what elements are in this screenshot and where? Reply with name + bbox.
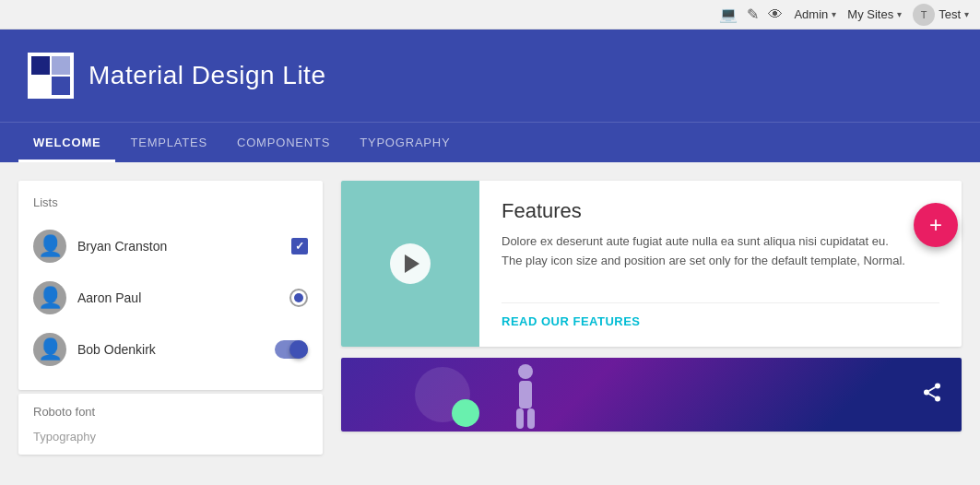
- nav-item-welcome[interactable]: WELCOME: [18, 123, 115, 162]
- lists-card: Lists 👤 Bryan Cranston 👤 Aaron Paul: [18, 181, 323, 390]
- features-text-line1: Dolore ex deserunt aute fugiat aute null…: [502, 232, 939, 271]
- logo-cell-1: [31, 56, 50, 75]
- logo-cell-3: [31, 77, 50, 95]
- toggle-knob: [289, 340, 308, 359]
- nav-item-templates[interactable]: TEMPLATES: [115, 123, 222, 162]
- user-chevron-icon: ▾: [964, 9, 969, 19]
- play-button[interactable]: [390, 243, 431, 284]
- avatar-aaron: 👤: [33, 281, 66, 314]
- svg-point-5: [924, 390, 929, 396]
- user-menu[interactable]: T Test ▾: [913, 4, 969, 26]
- play-icon: [405, 254, 419, 273]
- avatar: T: [913, 4, 935, 26]
- list-item-name-aaron: Aaron Paul: [77, 290, 278, 305]
- toggle-bob[interactable]: [275, 340, 308, 359]
- page-title: Material Design Lite: [89, 61, 325, 90]
- features-link[interactable]: READ OUR FEATURES: [502, 302, 939, 328]
- fab-button[interactable]: +: [914, 203, 958, 247]
- bottom-card: [341, 358, 962, 432]
- features-title: Features: [502, 199, 939, 223]
- left-panel: Lists 👤 Bryan Cranston 👤 Aaron Paul: [18, 181, 323, 455]
- list-item-name-bob: Bob Odenkirk: [77, 342, 264, 357]
- eye-icon[interactable]: 👁: [768, 6, 783, 23]
- font-card-title: Roboto font: [33, 405, 308, 419]
- my-sites-menu[interactable]: My Sites ▾: [847, 7, 902, 21]
- svg-point-4: [935, 384, 940, 389]
- list-item: 👤 Bryan Cranston: [33, 220, 308, 272]
- radio-inner: [294, 293, 303, 302]
- list-item: 👤 Bob Odenkirk: [33, 324, 308, 375]
- header: Material Design Lite: [0, 30, 980, 122]
- avatar-bob: 👤: [33, 333, 66, 366]
- avatar-bryan: 👤: [33, 230, 66, 263]
- features-card: Features Dolore ex deserunt aute fugiat …: [341, 181, 962, 347]
- share-icon[interactable]: [921, 382, 943, 408]
- font-card: Roboto font Typography: [18, 394, 323, 455]
- my-sites-chevron-icon: ▾: [897, 9, 902, 19]
- admin-chevron-icon: ▾: [832, 9, 836, 19]
- toggle-switch[interactable]: [275, 340, 308, 359]
- svg-point-6: [935, 396, 940, 402]
- checkbox-checked-icon[interactable]: [291, 238, 308, 254]
- admin-bar: 💻 ✎ 👁 Admin ▾ My Sites ▾ T Test ▾: [0, 0, 980, 30]
- main-content: Lists 👤 Bryan Cranston 👤 Aaron Paul: [0, 162, 980, 473]
- my-sites-label: My Sites: [847, 7, 893, 21]
- svg-line-7: [929, 394, 936, 397]
- person-icon: 👤: [38, 337, 63, 361]
- nav-item-components[interactable]: COMPONENTS: [222, 123, 345, 162]
- admin-menu[interactable]: Admin ▾: [794, 7, 836, 21]
- monitor-icon[interactable]: 💻: [719, 6, 738, 23]
- list-item: 👤 Aaron Paul: [33, 272, 308, 324]
- right-panel: Features Dolore ex deserunt aute fugiat …: [341, 181, 962, 455]
- svg-rect-1: [519, 381, 532, 408]
- svg-line-8: [929, 387, 936, 391]
- typography-preview: Typography: [33, 430, 308, 444]
- checkbox-bryan[interactable]: [291, 238, 308, 254]
- radio-aaron[interactable]: [289, 289, 308, 307]
- svg-point-0: [518, 364, 533, 379]
- user-label: Test: [939, 7, 961, 21]
- lists-card-title: Lists: [33, 195, 308, 209]
- admin-label: Admin: [794, 7, 828, 21]
- person-icon: 👤: [38, 286, 63, 310]
- logo: [28, 53, 74, 99]
- edit-icon[interactable]: ✎: [747, 6, 759, 23]
- logo-cell-4: [52, 77, 70, 95]
- share-svg-icon: [921, 382, 943, 404]
- person-icon: 👤: [38, 234, 63, 258]
- features-content: Features Dolore ex deserunt aute fugiat …: [479, 181, 962, 347]
- admin-bar-icons: 💻 ✎ 👁: [719, 6, 783, 23]
- features-media: [341, 181, 479, 347]
- radio-button[interactable]: [289, 289, 308, 307]
- logo-cell-2: [52, 56, 70, 75]
- nav-item-typography[interactable]: TYPOGRAPHY: [345, 123, 465, 162]
- svg-rect-3: [527, 408, 535, 429]
- bottom-card-media: [341, 358, 962, 432]
- list-item-name-bryan: Bryan Cranston: [77, 239, 280, 254]
- svg-rect-2: [516, 408, 524, 429]
- figure-illustration: [507, 362, 544, 432]
- main-nav: WELCOME TEMPLATES COMPONENTS TYPOGRAPHY: [0, 122, 980, 162]
